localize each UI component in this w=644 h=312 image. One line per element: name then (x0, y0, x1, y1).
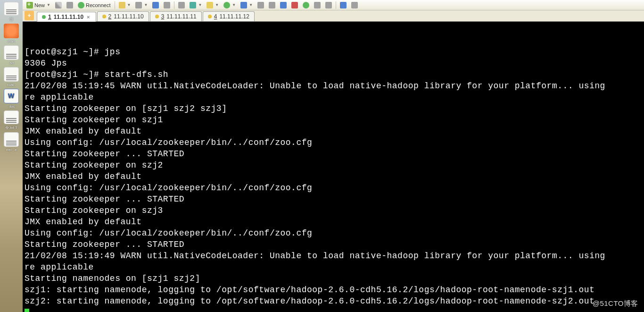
tool-button[interactable] (150, 1, 161, 9)
terminal-line: szj1: starting namenode, logging to /opt… (25, 284, 642, 295)
generic-icon (223, 2, 230, 8)
generic-icon (240, 2, 247, 8)
desktop-file-icon[interactable]: man (2, 24, 21, 43)
tool-button[interactable] (323, 1, 334, 9)
terminal-line: Starting zookeeper ... STARTED (25, 148, 642, 160)
terminal-line: JMX enabled by default (25, 126, 642, 137)
txt-icon (4, 2, 19, 16)
generic-icon (291, 2, 298, 8)
desktop-icon-label: .doc (8, 104, 15, 109)
terminal-line: Using config: /usr/local/zookeeper/bin/.… (25, 137, 642, 148)
desktop-icon-label: 令.txt T (5, 125, 17, 130)
lock-icon (269, 2, 275, 8)
find-icon (164, 2, 170, 8)
desktop-icon-label: rrel , e (6, 148, 17, 152)
separator (115, 1, 115, 9)
generic-icon (66, 2, 73, 8)
tool-button[interactable]: ▼ (205, 1, 221, 9)
desktop-icon-label: coal.. (7, 83, 16, 87)
terminal-line: JMX enabled by default (25, 216, 642, 228)
plus-icon (26, 2, 33, 8)
tool-button[interactable] (256, 1, 266, 9)
tool-button[interactable]: ▼ (239, 1, 255, 9)
tool-button[interactable] (267, 1, 277, 9)
tab-number: 1 (48, 14, 51, 20)
terminal-line: [root@szj1 ~]# jps (25, 46, 642, 58)
reconnect-button[interactable]: Reconnect (76, 1, 113, 9)
tool-button[interactable]: ▼ (133, 1, 149, 9)
tab-number: 4 (214, 13, 217, 20)
generic-icon (303, 2, 309, 8)
terminal-line: Starting zookeeper on szj2 (25, 160, 642, 171)
generic-icon (135, 2, 142, 8)
tile-icon (314, 2, 321, 8)
generic-icon (152, 2, 159, 8)
tool-button[interactable] (278, 1, 289, 9)
terminal-line: Starting zookeeper on [szj1 szj2 szj3] (25, 103, 642, 114)
session-tab[interactable]: 4 11.11.11.12 (203, 11, 255, 21)
tool-button[interactable]: ▼ (117, 1, 133, 9)
help-icon (340, 2, 347, 8)
tool-button[interactable]: ▼ (188, 1, 204, 9)
status-dot-icon (42, 15, 46, 19)
tool-button[interactable] (162, 1, 172, 9)
terminal-line: 21/02/08 15:19:45 WARN util.NativeCodeLo… (25, 80, 642, 92)
tool-button[interactable] (312, 1, 322, 9)
txt-icon (4, 45, 19, 60)
terminal-line: 21/02/08 15:19:49 WARN util.NativeCodeLo… (25, 250, 642, 261)
tab-label: 11.11.11.12 (219, 13, 249, 20)
status-dot-icon (102, 15, 106, 18)
terminal-line: [root@szj1 ~]# start-dfs.sh (25, 69, 642, 80)
main-toolbar: New ▼ Reconnect ▼ ▼ ▼ ▼ ▼ ▼ (23, 0, 644, 10)
separator (174, 1, 174, 9)
x-icon (257, 2, 264, 8)
txt-icon (4, 132, 19, 147)
reconnect-label: Reconnect (86, 2, 111, 8)
terminal-line: 9306 Jps (25, 58, 642, 69)
watermark-text: @51CTO博客 (593, 298, 638, 309)
session-tab[interactable]: 2 11.11.11.10 (97, 11, 149, 21)
add-tab-button[interactable]: + (25, 11, 34, 20)
tab-number: 3 (161, 13, 165, 20)
tool-button[interactable] (176, 1, 187, 9)
terminal-line: Using config: /usr/local/zookeeper/bin/.… (25, 228, 642, 239)
desktop-icon-label: .txt (9, 61, 14, 65)
close-tab-icon[interactable]: × (86, 14, 91, 20)
doc-icon (4, 89, 19, 103)
terminal-line: Starting zookeeper on szj1 (25, 114, 642, 126)
new-session-button[interactable]: New ▼ (25, 1, 52, 9)
tool-button[interactable] (349, 1, 360, 9)
tool-button[interactable] (289, 1, 300, 9)
help-button[interactable] (338, 1, 348, 9)
txt-icon (4, 110, 19, 124)
tool-button[interactable] (65, 1, 75, 9)
tool-button[interactable]: ▼ (222, 1, 238, 9)
terminal-line: re applicable (25, 261, 642, 273)
status-dot-icon (208, 15, 212, 18)
tool-button[interactable] (53, 1, 64, 9)
terminal-line: Starting zookeeper ... STARTED (25, 239, 642, 250)
session-tabbar: + 1 11.11.11.10×2 11.11.11.103 11.11.11.… (23, 10, 644, 22)
generic-icon (178, 2, 185, 8)
terminal-line: Starting namenodes on [szj1 szj2] (25, 273, 642, 284)
folder-icon (119, 2, 125, 8)
txt-icon (4, 67, 19, 82)
status-dot-icon (155, 15, 159, 18)
terminal-output[interactable]: [root@szj1 ~]# jps9306 Jps[root@szj1 ~]#… (23, 22, 644, 312)
desktop-file-icon[interactable]: rrel , e (2, 132, 21, 152)
desktop-icon-label: man (8, 39, 15, 43)
desktop-file-icon[interactable]: coal.. (2, 67, 21, 87)
terminal-cursor (25, 309, 29, 312)
desktop-icon-label: 信 (9, 17, 13, 22)
tab-number: 2 (108, 13, 112, 20)
desktop-file-icon[interactable]: 令.txt T (2, 110, 21, 130)
session-tab[interactable]: 3 11.11.11.11 (150, 11, 202, 21)
terminal-line: Starting zookeeper on szj3 (25, 205, 642, 216)
session-tab[interactable]: 1 11.11.11.10× (37, 12, 96, 22)
terminal-line: szj2: starting namenode, logging to /opt… (25, 295, 642, 307)
desktop-file-icon[interactable]: 信 (2, 2, 21, 22)
tool-button[interactable] (301, 1, 311, 9)
desktop-file-icon[interactable]: .doc (2, 89, 21, 109)
desktop-file-icon[interactable]: .txt (2, 45, 21, 65)
new-label: New (34, 2, 45, 8)
